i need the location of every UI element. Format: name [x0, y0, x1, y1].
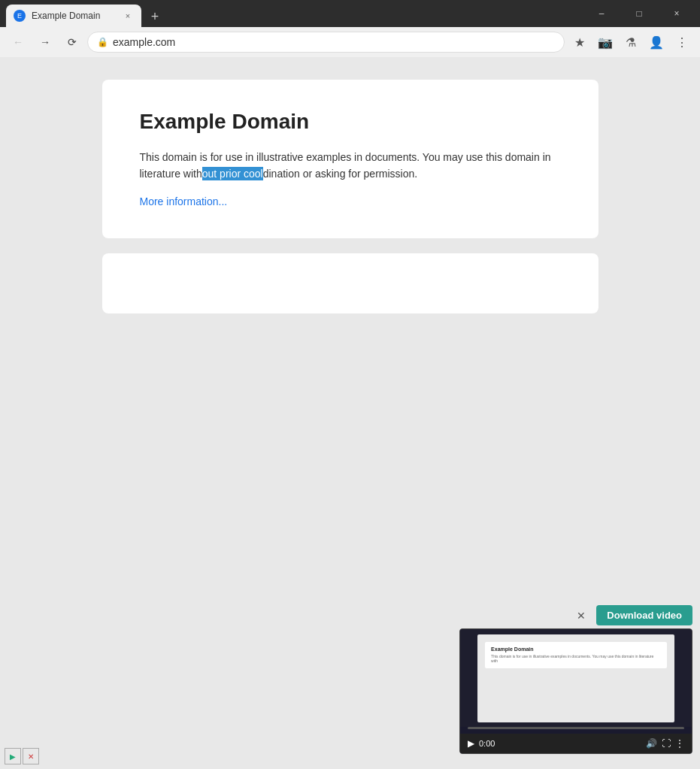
volume-button[interactable]: 🔊: [646, 738, 657, 749]
main-content-card: Example Domain This domain is for use in…: [102, 80, 598, 238]
video-thumbnail: Example Domain This domain is for use in…: [459, 628, 692, 754]
secondary-content-card: [102, 253, 598, 313]
tab-area: E Example Domain × +: [6, 0, 584, 27]
mini-play-icon[interactable]: ▶: [5, 748, 21, 764]
address-text: example.com: [113, 36, 555, 48]
tab-title: Example Domain: [32, 11, 116, 21]
window-controls: – □ ×: [584, 0, 694, 27]
download-bar: ✕ Download video: [459, 605, 692, 625]
toolbar: ← → ⟳ 🔒 example.com ★ 📷 ⚗ 👤 ⋮: [0, 27, 700, 57]
preview-card-title: Example Domain: [491, 646, 661, 652]
preview-card: Example Domain This domain is for use in…: [485, 642, 667, 668]
more-information-link[interactable]: More information...: [140, 195, 228, 207]
bookmark-button[interactable]: ★: [568, 30, 592, 54]
restore-button[interactable]: □: [622, 0, 656, 27]
title-bar: E Example Domain × + – □ ×: [0, 0, 700, 27]
download-video-button[interactable]: Download video: [596, 605, 692, 625]
video-progress-bar[interactable]: [468, 727, 684, 729]
profile-button[interactable]: 👤: [644, 30, 668, 54]
video-overlay: ✕ Download video Example Domain This dom…: [459, 605, 692, 754]
new-tab-button[interactable]: +: [144, 6, 165, 27]
address-bar[interactable]: 🔒 example.com: [87, 32, 565, 53]
video-time: 0:00: [479, 739, 495, 748]
card-paragraph: This domain is for use in illustrative e…: [140, 149, 561, 183]
capture-button[interactable]: 📷: [593, 30, 617, 54]
back-button[interactable]: ←: [6, 30, 30, 54]
reload-button[interactable]: ⟳: [60, 30, 84, 54]
menu-button[interactable]: ⋮: [670, 30, 694, 54]
close-button[interactable]: ×: [659, 0, 694, 27]
lock-icon: 🔒: [97, 37, 108, 47]
tab-close-button[interactable]: ×: [122, 10, 134, 22]
video-controls: ▶ 0:00 🔊 ⛶ ⋮: [460, 734, 692, 753]
tab-favicon: E: [14, 10, 26, 22]
highlighted-text: out prior cool: [202, 167, 263, 180]
forward-button[interactable]: →: [33, 30, 57, 54]
text-after-highlight: dination or asking for permission.: [263, 168, 417, 180]
page-content: Example Domain This domain is for use in…: [0, 57, 700, 769]
play-button[interactable]: ▶: [468, 738, 474, 749]
toolbar-icons: ★ 📷 ⚗ 👤 ⋮: [568, 30, 694, 54]
more-options-button[interactable]: ⋮: [675, 738, 684, 749]
video-preview-inner: Example Domain This domain is for use in…: [477, 634, 674, 722]
mini-close-icon[interactable]: ✕: [23, 748, 39, 764]
bottom-left-icons: ▶ ✕: [5, 748, 39, 764]
extensions-button[interactable]: ⚗: [619, 30, 643, 54]
video-preview-screen: Example Domain This domain is for use in…: [460, 629, 692, 727]
page-title: Example Domain: [140, 110, 561, 134]
active-tab[interactable]: E Example Domain ×: [6, 5, 141, 27]
fullscreen-button[interactable]: ⛶: [662, 738, 671, 749]
browser-chrome: E Example Domain × + – □ × ← → ⟳ 🔒 examp…: [0, 0, 700, 57]
close-video-button[interactable]: ✕: [572, 607, 590, 625]
minimize-button[interactable]: –: [584, 0, 619, 27]
preview-card-text: This domain is for use in illustrative e…: [491, 654, 661, 664]
